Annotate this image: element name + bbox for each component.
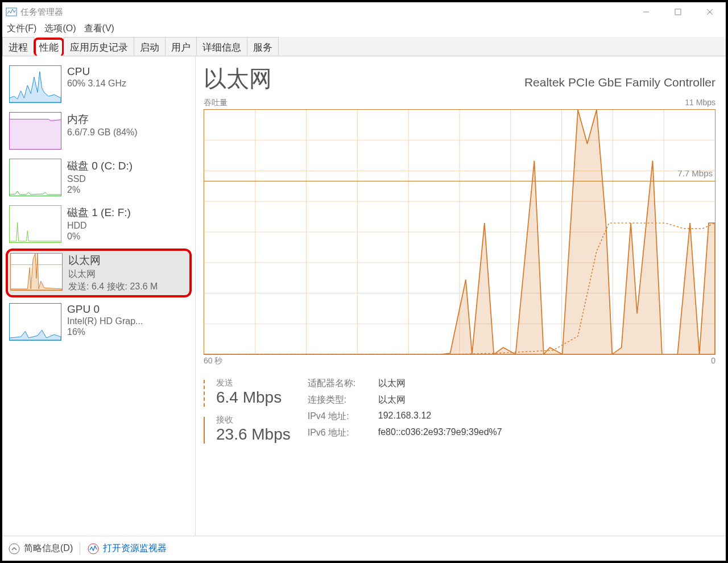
page-title: 以太网 bbox=[204, 63, 272, 94]
sidebar-item-ethernet[interactable]: 以太网 以太网 发送: 6.4 接收: 23.6 M bbox=[6, 249, 192, 297]
svg-point-24 bbox=[9, 544, 19, 554]
gpu-thumb bbox=[9, 303, 61, 341]
titlebar: 任务管理器 bbox=[2, 2, 726, 22]
sidebar-item-sub: Intel(R) HD Grap... bbox=[67, 316, 143, 326]
throughput-label: 吞吐量 bbox=[204, 98, 228, 108]
tab-app-history[interactable]: 应用历史记录 bbox=[64, 37, 134, 56]
sidebar-item-gpu0[interactable]: GPU 0 Intel(R) HD Grap... 16% bbox=[6, 300, 192, 344]
memory-thumb bbox=[9, 112, 61, 150]
tab-services[interactable]: 服务 bbox=[247, 37, 279, 56]
taskmgr-icon bbox=[6, 6, 17, 18]
svg-point-25 bbox=[88, 544, 98, 554]
main-panel: 以太网 Realtek PCIe GbE Family Controller 吞… bbox=[196, 56, 726, 536]
sidebar-item-label: 磁盘 0 (C: D:) bbox=[67, 159, 133, 173]
sidebar-item-memory[interactable]: 内存 6.6/7.9 GB (84%) bbox=[6, 109, 192, 153]
sidebar-item-sub: 60% 3.14 GHz bbox=[67, 78, 126, 89]
minimize-button[interactable] bbox=[630, 2, 662, 22]
tab-users[interactable]: 用户 bbox=[165, 37, 197, 56]
info-ipv6-value: fe80::c036:2e93:79e9:39ed%7 bbox=[378, 427, 502, 439]
sidebar-item-sub: HDD bbox=[67, 221, 131, 231]
sidebar-item-sub2: 2% bbox=[67, 185, 133, 195]
send-value: 6.4 Mbps bbox=[216, 388, 282, 407]
menubar: 文件(F) 选项(O) 查看(V) bbox=[2, 22, 726, 37]
graph-ymax: 11 Mbps bbox=[685, 98, 715, 108]
graph-xmax: 0 bbox=[711, 356, 715, 366]
sidebar-item-sub2: 0% bbox=[67, 231, 131, 242]
sidebar-item-sub: SSD bbox=[67, 174, 133, 184]
svg-rect-2 bbox=[675, 9, 681, 15]
sidebar-item-label: GPU 0 bbox=[67, 303, 143, 316]
menu-file[interactable]: 文件(F) bbox=[7, 23, 36, 35]
tabbar: 进程 性能 应用历史记录 启动 用户 详细信息 服务 bbox=[2, 37, 726, 56]
sidebar-item-disk1[interactable]: 磁盘 1 (E: F:) HDD 0% bbox=[6, 202, 192, 246]
info-conn-value: 以太网 bbox=[378, 394, 406, 406]
sidebar-item-label: 以太网 bbox=[68, 253, 158, 268]
disk0-thumb bbox=[9, 159, 61, 196]
graph-midline-label: 7.7 Mbps bbox=[677, 168, 713, 178]
recv-label: 接收 bbox=[216, 415, 291, 425]
info-adapter-value: 以太网 bbox=[378, 378, 406, 390]
recv-dash-icon bbox=[204, 417, 210, 444]
resmon-icon bbox=[87, 543, 100, 555]
menu-view[interactable]: 查看(V) bbox=[84, 23, 114, 35]
tab-startup[interactable]: 启动 bbox=[134, 37, 166, 56]
info-ipv4-value: 192.168.3.12 bbox=[378, 411, 431, 423]
sidebar-item-label: CPU bbox=[67, 65, 126, 78]
adapter-name-header: Realtek PCIe GbE Family Controller bbox=[524, 76, 715, 89]
footer: 简略信息(D) 打开资源监视器 bbox=[2, 536, 726, 561]
footer-separator bbox=[80, 543, 80, 555]
sidebar-item-sub2: 发送: 6.4 接收: 23.6 M bbox=[68, 281, 158, 293]
metrics: 发送 6.4 Mbps 接收 23.6 Mbps 适配器名称:以太网 连接类型:… bbox=[204, 378, 715, 452]
throughput-graph: 7.7 Mbps bbox=[204, 109, 715, 355]
fewer-details-button[interactable]: 简略信息(D) bbox=[24, 543, 73, 554]
cpu-thumb bbox=[9, 65, 61, 103]
graph-midline bbox=[204, 181, 715, 181]
info-ipv4-label: IPv4 地址: bbox=[308, 411, 370, 423]
info-adapter-label: 适配器名称: bbox=[308, 378, 370, 390]
window-title: 任务管理器 bbox=[20, 7, 63, 18]
maximize-button[interactable] bbox=[662, 2, 694, 22]
tab-details[interactable]: 详细信息 bbox=[196, 37, 247, 56]
perf-sidebar: CPU 60% 3.14 GHz 内存 6.6/7.9 GB (84%) 磁盘 … bbox=[2, 56, 196, 536]
info-ipv6-label: IPv6 地址: bbox=[308, 427, 370, 439]
ethernet-thumb bbox=[10, 253, 63, 291]
open-resource-monitor-link[interactable]: 打开资源监视器 bbox=[103, 543, 167, 554]
disk1-thumb bbox=[9, 205, 61, 243]
svg-rect-5 bbox=[10, 119, 61, 149]
sidebar-item-sub: 6.6/7.9 GB (84%) bbox=[67, 127, 138, 138]
send-label: 发送 bbox=[216, 378, 282, 388]
recv-value: 23.6 Mbps bbox=[216, 425, 291, 444]
info-conn-label: 连接类型: bbox=[308, 394, 370, 406]
graph-xmin: 60 秒 bbox=[204, 356, 222, 366]
tab-processes[interactable]: 进程 bbox=[2, 37, 34, 56]
tab-performance[interactable]: 性能 bbox=[34, 38, 64, 56]
sidebar-item-disk0[interactable]: 磁盘 0 (C: D:) SSD 2% bbox=[6, 155, 192, 200]
sidebar-item-sub2: 16% bbox=[67, 327, 143, 337]
sidebar-item-label: 内存 bbox=[67, 112, 138, 127]
sidebar-item-sub: 以太网 bbox=[68, 268, 158, 280]
sidebar-item-cpu[interactable]: CPU 60% 3.14 GHz bbox=[6, 62, 192, 106]
send-dash-icon bbox=[204, 380, 210, 407]
menu-options[interactable]: 选项(O) bbox=[44, 23, 76, 35]
chevron-up-circle-icon[interactable] bbox=[8, 543, 20, 555]
body-split: CPU 60% 3.14 GHz 内存 6.6/7.9 GB (84%) 磁盘 … bbox=[2, 56, 726, 536]
close-button[interactable] bbox=[694, 2, 726, 22]
sidebar-item-label: 磁盘 1 (E: F:) bbox=[67, 205, 131, 220]
